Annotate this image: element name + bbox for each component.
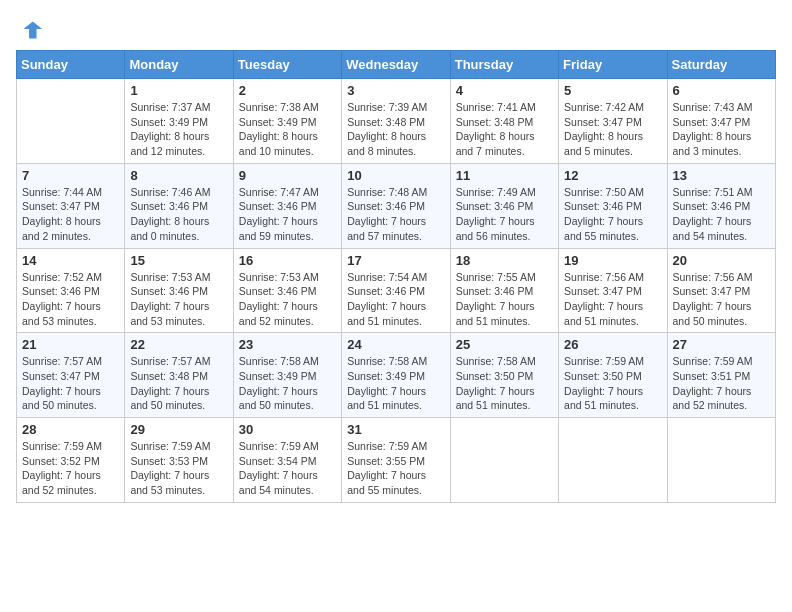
calendar-cell: 25Sunrise: 7:58 AMSunset: 3:50 PMDayligh…: [450, 333, 558, 418]
day-number: 20: [673, 253, 770, 268]
day-info: Sunrise: 7:59 AMSunset: 3:55 PMDaylight:…: [347, 439, 444, 498]
day-number: 12: [564, 168, 661, 183]
day-number: 15: [130, 253, 227, 268]
day-info: Sunrise: 7:58 AMSunset: 3:49 PMDaylight:…: [347, 354, 444, 413]
day-number: 4: [456, 83, 553, 98]
calendar-week-row: 21Sunrise: 7:57 AMSunset: 3:47 PMDayligh…: [17, 333, 776, 418]
day-info: Sunrise: 7:59 AMSunset: 3:54 PMDaylight:…: [239, 439, 336, 498]
calendar-cell: [559, 418, 667, 503]
weekday-header-friday: Friday: [559, 51, 667, 79]
weekday-header-saturday: Saturday: [667, 51, 775, 79]
day-info: Sunrise: 7:59 AMSunset: 3:51 PMDaylight:…: [673, 354, 770, 413]
calendar-cell: 31Sunrise: 7:59 AMSunset: 3:55 PMDayligh…: [342, 418, 450, 503]
day-number: 9: [239, 168, 336, 183]
day-info: Sunrise: 7:47 AMSunset: 3:46 PMDaylight:…: [239, 185, 336, 244]
day-info: Sunrise: 7:48 AMSunset: 3:46 PMDaylight:…: [347, 185, 444, 244]
day-info: Sunrise: 7:52 AMSunset: 3:46 PMDaylight:…: [22, 270, 119, 329]
day-number: 16: [239, 253, 336, 268]
calendar-cell: 5Sunrise: 7:42 AMSunset: 3:47 PMDaylight…: [559, 79, 667, 164]
day-number: 22: [130, 337, 227, 352]
calendar-cell: 15Sunrise: 7:53 AMSunset: 3:46 PMDayligh…: [125, 248, 233, 333]
calendar-cell: 16Sunrise: 7:53 AMSunset: 3:46 PMDayligh…: [233, 248, 341, 333]
day-number: 21: [22, 337, 119, 352]
day-info: Sunrise: 7:59 AMSunset: 3:53 PMDaylight:…: [130, 439, 227, 498]
day-number: 10: [347, 168, 444, 183]
day-number: 13: [673, 168, 770, 183]
calendar-cell: 22Sunrise: 7:57 AMSunset: 3:48 PMDayligh…: [125, 333, 233, 418]
calendar-cell: 29Sunrise: 7:59 AMSunset: 3:53 PMDayligh…: [125, 418, 233, 503]
day-number: 2: [239, 83, 336, 98]
calendar-cell: [17, 79, 125, 164]
calendar-cell: 23Sunrise: 7:58 AMSunset: 3:49 PMDayligh…: [233, 333, 341, 418]
calendar-cell: 17Sunrise: 7:54 AMSunset: 3:46 PMDayligh…: [342, 248, 450, 333]
day-number: 6: [673, 83, 770, 98]
day-info: Sunrise: 7:44 AMSunset: 3:47 PMDaylight:…: [22, 185, 119, 244]
calendar-cell: 24Sunrise: 7:58 AMSunset: 3:49 PMDayligh…: [342, 333, 450, 418]
day-number: 28: [22, 422, 119, 437]
day-number: 14: [22, 253, 119, 268]
day-info: Sunrise: 7:57 AMSunset: 3:47 PMDaylight:…: [22, 354, 119, 413]
day-info: Sunrise: 7:56 AMSunset: 3:47 PMDaylight:…: [673, 270, 770, 329]
calendar-week-row: 28Sunrise: 7:59 AMSunset: 3:52 PMDayligh…: [17, 418, 776, 503]
day-info: Sunrise: 7:55 AMSunset: 3:46 PMDaylight:…: [456, 270, 553, 329]
day-number: 18: [456, 253, 553, 268]
calendar-week-row: 14Sunrise: 7:52 AMSunset: 3:46 PMDayligh…: [17, 248, 776, 333]
calendar-cell: 27Sunrise: 7:59 AMSunset: 3:51 PMDayligh…: [667, 333, 775, 418]
calendar-cell: 19Sunrise: 7:56 AMSunset: 3:47 PMDayligh…: [559, 248, 667, 333]
day-number: 24: [347, 337, 444, 352]
weekday-header-wednesday: Wednesday: [342, 51, 450, 79]
day-info: Sunrise: 7:59 AMSunset: 3:50 PMDaylight:…: [564, 354, 661, 413]
day-number: 7: [22, 168, 119, 183]
day-number: 19: [564, 253, 661, 268]
day-number: 25: [456, 337, 553, 352]
day-number: 17: [347, 253, 444, 268]
calendar-cell: 1Sunrise: 7:37 AMSunset: 3:49 PMDaylight…: [125, 79, 233, 164]
day-info: Sunrise: 7:41 AMSunset: 3:48 PMDaylight:…: [456, 100, 553, 159]
calendar-cell: 2Sunrise: 7:38 AMSunset: 3:49 PMDaylight…: [233, 79, 341, 164]
calendar-cell: [667, 418, 775, 503]
calendar-cell: [450, 418, 558, 503]
day-number: 1: [130, 83, 227, 98]
calendar-week-row: 1Sunrise: 7:37 AMSunset: 3:49 PMDaylight…: [17, 79, 776, 164]
day-number: 23: [239, 337, 336, 352]
calendar-cell: 13Sunrise: 7:51 AMSunset: 3:46 PMDayligh…: [667, 163, 775, 248]
calendar-cell: 8Sunrise: 7:46 AMSunset: 3:46 PMDaylight…: [125, 163, 233, 248]
day-number: 11: [456, 168, 553, 183]
calendar-week-row: 7Sunrise: 7:44 AMSunset: 3:47 PMDaylight…: [17, 163, 776, 248]
day-info: Sunrise: 7:53 AMSunset: 3:46 PMDaylight:…: [130, 270, 227, 329]
calendar-cell: 14Sunrise: 7:52 AMSunset: 3:46 PMDayligh…: [17, 248, 125, 333]
day-info: Sunrise: 7:53 AMSunset: 3:46 PMDaylight:…: [239, 270, 336, 329]
day-number: 31: [347, 422, 444, 437]
calendar-cell: 3Sunrise: 7:39 AMSunset: 3:48 PMDaylight…: [342, 79, 450, 164]
calendar-cell: 6Sunrise: 7:43 AMSunset: 3:47 PMDaylight…: [667, 79, 775, 164]
day-info: Sunrise: 7:37 AMSunset: 3:49 PMDaylight:…: [130, 100, 227, 159]
weekday-header-tuesday: Tuesday: [233, 51, 341, 79]
day-info: Sunrise: 7:54 AMSunset: 3:46 PMDaylight:…: [347, 270, 444, 329]
day-number: 8: [130, 168, 227, 183]
calendar-cell: 30Sunrise: 7:59 AMSunset: 3:54 PMDayligh…: [233, 418, 341, 503]
day-info: Sunrise: 7:51 AMSunset: 3:46 PMDaylight:…: [673, 185, 770, 244]
day-info: Sunrise: 7:46 AMSunset: 3:46 PMDaylight:…: [130, 185, 227, 244]
calendar-cell: 20Sunrise: 7:56 AMSunset: 3:47 PMDayligh…: [667, 248, 775, 333]
calendar-cell: 9Sunrise: 7:47 AMSunset: 3:46 PMDaylight…: [233, 163, 341, 248]
day-info: Sunrise: 7:39 AMSunset: 3:48 PMDaylight:…: [347, 100, 444, 159]
day-info: Sunrise: 7:59 AMSunset: 3:52 PMDaylight:…: [22, 439, 119, 498]
day-info: Sunrise: 7:43 AMSunset: 3:47 PMDaylight:…: [673, 100, 770, 159]
day-info: Sunrise: 7:50 AMSunset: 3:46 PMDaylight:…: [564, 185, 661, 244]
day-info: Sunrise: 7:49 AMSunset: 3:46 PMDaylight:…: [456, 185, 553, 244]
day-info: Sunrise: 7:58 AMSunset: 3:50 PMDaylight:…: [456, 354, 553, 413]
day-info: Sunrise: 7:58 AMSunset: 3:49 PMDaylight:…: [239, 354, 336, 413]
day-info: Sunrise: 7:38 AMSunset: 3:49 PMDaylight:…: [239, 100, 336, 159]
weekday-header-monday: Monday: [125, 51, 233, 79]
page-header: [16, 16, 776, 44]
calendar-cell: 12Sunrise: 7:50 AMSunset: 3:46 PMDayligh…: [559, 163, 667, 248]
logo-icon: [16, 16, 44, 44]
day-info: Sunrise: 7:56 AMSunset: 3:47 PMDaylight:…: [564, 270, 661, 329]
weekday-header-row: SundayMondayTuesdayWednesdayThursdayFrid…: [17, 51, 776, 79]
calendar-cell: 10Sunrise: 7:48 AMSunset: 3:46 PMDayligh…: [342, 163, 450, 248]
day-number: 29: [130, 422, 227, 437]
day-number: 5: [564, 83, 661, 98]
day-number: 30: [239, 422, 336, 437]
calendar-cell: 7Sunrise: 7:44 AMSunset: 3:47 PMDaylight…: [17, 163, 125, 248]
calendar-cell: 4Sunrise: 7:41 AMSunset: 3:48 PMDaylight…: [450, 79, 558, 164]
